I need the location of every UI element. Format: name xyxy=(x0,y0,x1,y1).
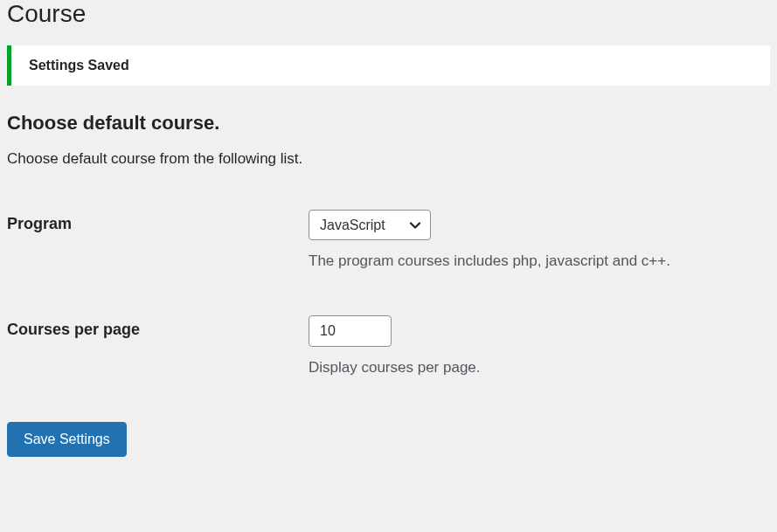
courses-per-page-field: Display courses per page. xyxy=(309,315,770,377)
courses-per-page-label: Courses per page xyxy=(7,315,309,339)
program-select-wrap: JavaScript xyxy=(309,210,431,240)
courses-per-page-input[interactable] xyxy=(309,315,392,347)
program-select[interactable]: JavaScript xyxy=(309,210,431,240)
submit-row: Save Settings xyxy=(7,422,770,457)
section-description: Choose default course from the following… xyxy=(7,150,770,168)
section-heading: Choose default course. xyxy=(7,112,770,135)
courses-per-page-row: Courses per page Display courses per pag… xyxy=(7,315,770,377)
program-row: Program JavaScript The program courses i… xyxy=(7,210,770,270)
program-help-text: The program courses includes php, javasc… xyxy=(309,252,770,270)
settings-saved-notice: Settings Saved xyxy=(7,45,770,86)
notice-message: Settings Saved xyxy=(29,58,129,73)
save-settings-button[interactable]: Save Settings xyxy=(7,422,127,457)
program-field: JavaScript The program courses includes … xyxy=(309,210,770,270)
courses-per-page-help-text: Display courses per page. xyxy=(309,359,770,377)
page-title: Course xyxy=(7,0,770,28)
program-label: Program xyxy=(7,210,309,233)
